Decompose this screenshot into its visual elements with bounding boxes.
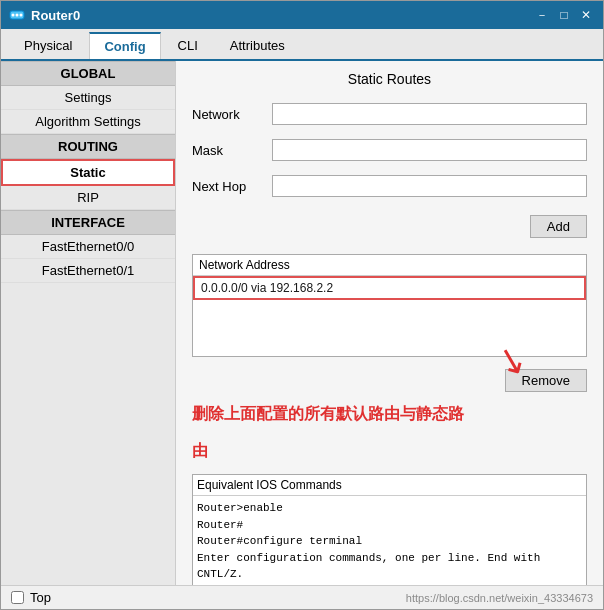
- annotation-line2: 由: [192, 441, 587, 462]
- tab-physical[interactable]: Physical: [9, 32, 87, 59]
- nexthop-row: Next Hop: [192, 175, 587, 197]
- svg-point-2: [16, 14, 19, 17]
- sidebar-section-global: GLOBAL: [1, 61, 175, 86]
- add-button[interactable]: Add: [530, 215, 587, 238]
- mask-row: Mask: [192, 139, 587, 161]
- network-table-header: Network Address: [193, 255, 586, 276]
- window-title: Router0: [31, 8, 80, 23]
- remove-row: ↘ Remove: [192, 369, 587, 392]
- title-bar-left: Router0: [9, 7, 80, 23]
- tab-cli[interactable]: CLI: [163, 32, 213, 59]
- add-btn-row: Add: [192, 215, 587, 238]
- nexthop-label: Next Hop: [192, 179, 272, 194]
- top-checkbox[interactable]: [11, 591, 24, 604]
- sidebar-item-rip[interactable]: RIP: [1, 186, 175, 210]
- cli-section: Equivalent IOS Commands Router>enable Ro…: [192, 474, 587, 585]
- sidebar-item-settings[interactable]: Settings: [1, 86, 175, 110]
- sidebar-item-fastethernet00[interactable]: FastEthernet0/0: [1, 235, 175, 259]
- tab-config[interactable]: Config: [89, 32, 160, 59]
- nexthop-input[interactable]: [272, 175, 587, 197]
- top-checkbox-row: Top: [11, 590, 51, 605]
- cli-line-1: Router#: [197, 517, 582, 534]
- bottom-bar: Top https://blog.csdn.net/weixin_4333467…: [1, 585, 603, 609]
- cli-line-2: Router#configure terminal: [197, 533, 582, 550]
- right-panel: Static Routes Network Mask Next Hop Add …: [176, 61, 603, 585]
- mask-input[interactable]: [272, 139, 587, 161]
- router-icon: [9, 7, 25, 23]
- top-label: Top: [30, 590, 51, 605]
- network-row-1: [193, 300, 586, 324]
- tab-bar: Physical Config CLI Attributes: [1, 29, 603, 61]
- network-label: Network: [192, 107, 272, 122]
- svg-point-3: [20, 14, 23, 17]
- bottom-link: https://blog.csdn.net/weixin_43334673: [406, 592, 593, 604]
- main-content: GLOBAL Settings Algorithm Settings ROUTI…: [1, 61, 603, 585]
- network-input[interactable]: [272, 103, 587, 125]
- network-row: Network: [192, 103, 587, 125]
- network-row-0[interactable]: 0.0.0.0/0 via 192.168.2.2: [193, 276, 586, 300]
- sidebar-section-routing: ROUTING: [1, 134, 175, 159]
- sidebar-section-interface: INTERFACE: [1, 210, 175, 235]
- cli-body: Router>enable Router# Router#configure t…: [193, 495, 586, 585]
- main-window: Router0 － □ ✕ Physical Config CLI Attrib…: [0, 0, 604, 610]
- sidebar-item-static[interactable]: Static: [1, 159, 175, 186]
- minimize-button[interactable]: －: [533, 6, 551, 24]
- annotation-line1: 删除上面配置的所有默认路由与静态路: [192, 404, 587, 425]
- cli-header: Equivalent IOS Commands: [193, 475, 586, 495]
- mask-label: Mask: [192, 143, 272, 158]
- sidebar: GLOBAL Settings Algorithm Settings ROUTI…: [1, 61, 176, 585]
- title-bar: Router0 － □ ✕: [1, 1, 603, 29]
- title-controls: － □ ✕: [533, 6, 595, 24]
- sidebar-item-fastethernet01[interactable]: FastEthernet0/1: [1, 259, 175, 283]
- close-button[interactable]: ✕: [577, 6, 595, 24]
- cli-line-0: Router>enable: [197, 500, 582, 517]
- sidebar-item-algorithm-settings[interactable]: Algorithm Settings: [1, 110, 175, 134]
- panel-title: Static Routes: [192, 71, 587, 87]
- tab-attributes[interactable]: Attributes: [215, 32, 300, 59]
- maximize-button[interactable]: □: [555, 6, 573, 24]
- cli-line-3: Enter configuration commands, one per li…: [197, 550, 582, 583]
- svg-point-1: [12, 14, 15, 17]
